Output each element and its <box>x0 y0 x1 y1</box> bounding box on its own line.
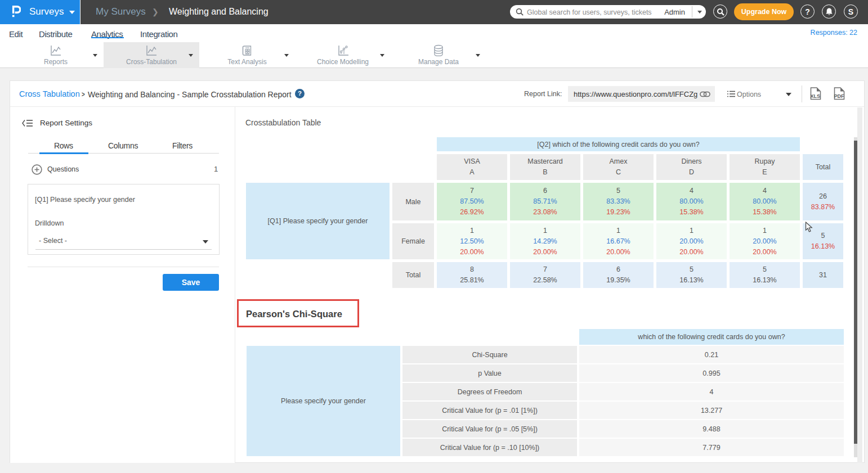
svg-text:PDF: PDF <box>834 93 845 99</box>
svg-text:XLS: XLS <box>811 93 821 99</box>
